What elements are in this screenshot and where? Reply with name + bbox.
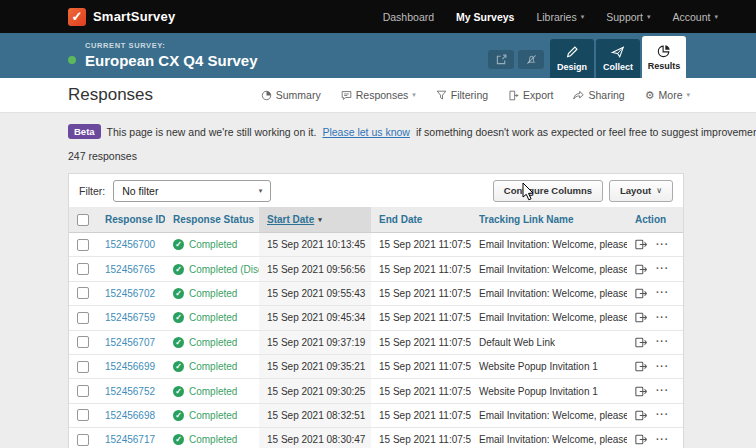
view-response-icon[interactable] [635, 264, 648, 275]
end-date-cell: 15 Sep 2021 11:07:59 [371, 282, 471, 305]
start-date-cell: 15 Sep 2021 09:56:56 [259, 257, 371, 280]
view-response-icon[interactable] [635, 337, 648, 348]
menu-export[interactable]: Export [508, 89, 553, 101]
row-checkbox-cell [69, 331, 97, 354]
row-checkbox[interactable] [77, 312, 89, 324]
nav-dashboard[interactable]: Dashboard [383, 11, 434, 23]
brand-name: SmartSurvey [93, 9, 175, 24]
page-header: Responses Summary Responses ▾ Filtering … [0, 78, 756, 113]
view-response-icon[interactable] [635, 288, 648, 299]
content-area: Beta This page is new and we're still wo… [0, 114, 756, 448]
action-cell: ··· [627, 306, 685, 329]
table-row: 152456717 ✓ Completed 15 Sep 2021 08:30:… [69, 428, 683, 448]
open-external-button[interactable] [488, 50, 514, 69]
view-response-icon[interactable] [635, 312, 648, 323]
menu-sharing[interactable]: Sharing [573, 89, 624, 101]
column-header-response-id[interactable]: Response ID [97, 207, 165, 232]
smartsurvey-logo-icon: ✓ [68, 8, 86, 26]
view-response-icon[interactable] [635, 386, 648, 397]
chevron-down-icon: ▾ [259, 187, 263, 195]
sort-desc-icon: ▾ [318, 216, 322, 224]
column-header-response-status[interactable]: Response Status [165, 207, 259, 232]
tab-design[interactable]: Design [550, 39, 594, 78]
ellipsis-icon[interactable]: ··· [656, 316, 669, 320]
layout-button[interactable]: Layout∨ [609, 180, 673, 202]
row-checkbox[interactable] [77, 287, 89, 299]
response-status-text: Completed [189, 434, 237, 445]
filter-select-value: No filter [122, 185, 158, 197]
column-header-end-date[interactable]: End Date [371, 207, 471, 232]
ellipsis-icon[interactable]: ··· [656, 365, 669, 369]
beta-feedback-link[interactable]: Please let us know [322, 126, 410, 138]
row-checkbox[interactable] [77, 336, 89, 348]
response-id-link[interactable]: 152456759 [105, 312, 155, 323]
ellipsis-icon[interactable]: ··· [656, 291, 669, 295]
ellipsis-icon[interactable]: ··· [656, 243, 669, 247]
nav-account[interactable]: Account▾ [673, 11, 718, 23]
row-checkbox[interactable] [77, 263, 89, 275]
column-header-tracking-link[interactable]: Tracking Link Name [471, 207, 627, 232]
brand[interactable]: ✓ SmartSurvey [68, 8, 175, 26]
tracking-link-cell: Email Invitation: Welcome, please res... [471, 233, 627, 256]
menu-summary[interactable]: Summary [261, 89, 321, 101]
row-checkbox[interactable] [77, 409, 89, 421]
tab-results[interactable]: Results [642, 36, 686, 78]
view-response-icon[interactable] [635, 410, 648, 421]
response-status-text: Completed [189, 239, 237, 250]
column-header-start-date[interactable]: Start Date ▾ [259, 207, 371, 232]
table-row: 152456702 ✓ Completed 15 Sep 2021 09:55:… [69, 282, 683, 306]
start-date-cell: 15 Sep 2021 08:32:51 [259, 404, 371, 427]
table-row: 152456765 ✓ Completed (Disqual... 15 Sep… [69, 257, 683, 281]
ellipsis-icon[interactable]: ··· [656, 340, 669, 344]
end-date-cell: 15 Sep 2021 11:07:59 [371, 233, 471, 256]
menu-more[interactable]: ⚙ More ▾ [645, 89, 690, 101]
chevron-down-icon: ▾ [412, 91, 416, 99]
action-cell: ··· [627, 404, 685, 427]
response-id-link[interactable]: 152456700 [105, 239, 155, 250]
row-checkbox-cell [69, 233, 97, 256]
response-id-link[interactable]: 152456765 [105, 264, 155, 275]
select-all-checkbox[interactable] [77, 214, 89, 226]
ellipsis-icon[interactable]: ··· [656, 438, 669, 442]
response-id-link[interactable]: 152456702 [105, 288, 155, 299]
row-checkbox[interactable] [77, 385, 89, 397]
nav-support[interactable]: Support▾ [606, 11, 650, 23]
view-response-icon[interactable] [635, 239, 648, 250]
view-response-icon[interactable] [635, 361, 648, 372]
nav-my-surveys[interactable]: My Surveys [456, 11, 514, 23]
nav-support-label: Support [606, 11, 643, 23]
row-checkbox[interactable] [77, 434, 89, 446]
share-arrow-icon [573, 90, 584, 101]
end-date-cell: 15 Sep 2021 11:07:59 [371, 306, 471, 329]
menu-responses[interactable]: Responses ▾ [341, 89, 416, 101]
ellipsis-icon[interactable]: ··· [656, 413, 669, 417]
row-checkbox[interactable] [77, 239, 89, 251]
ellipsis-icon[interactable]: ··· [656, 389, 669, 393]
view-response-icon[interactable] [635, 434, 648, 445]
filter-select[interactable]: No filter ▾ [113, 180, 271, 202]
current-survey-label: CURRENT SURVEY: [85, 41, 258, 50]
tab-collect[interactable]: Collect [596, 39, 640, 78]
tracking-link-cell: Website Popup Invitation 1 [471, 379, 627, 402]
export-doc-icon [508, 90, 519, 101]
action-cell: ··· [627, 355, 685, 378]
external-link-icon [496, 54, 507, 65]
row-checkbox[interactable] [77, 361, 89, 373]
ellipsis-icon[interactable]: ··· [656, 267, 669, 271]
response-status-text: Completed [189, 410, 237, 421]
row-checkbox-cell [69, 355, 97, 378]
gear-icon: ⚙ [645, 90, 655, 101]
response-id-link[interactable]: 152456698 [105, 410, 155, 421]
response-id-link[interactable]: 152456752 [105, 386, 155, 397]
response-id-link[interactable]: 152456707 [105, 337, 155, 348]
response-id-link[interactable]: 152456717 [105, 434, 155, 445]
response-id-link[interactable]: 152456699 [105, 361, 155, 372]
menu-responses-label: Responses [356, 89, 409, 101]
action-cell: ··· [627, 282, 685, 305]
configure-columns-button[interactable]: Configure Columns [493, 180, 603, 202]
menu-filtering[interactable]: Filtering [436, 89, 488, 101]
notifications-off-button[interactable] [518, 50, 544, 69]
nav-libraries[interactable]: Libraries▾ [536, 11, 584, 23]
chevron-down-icon: ∨ [656, 186, 662, 195]
tracking-link-cell: Email Invitation: Welcome, please res... [471, 257, 627, 280]
